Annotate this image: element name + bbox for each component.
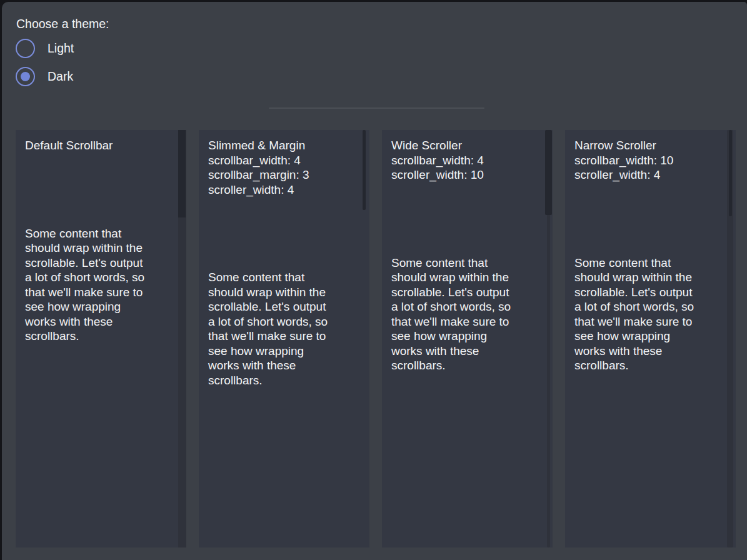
radio-option-light-label: Light	[48, 41, 74, 56]
radio-dot	[21, 72, 30, 81]
panel-content: Default Scrollbar Some content that shou…	[16, 130, 186, 352]
scroll-panel-narrow-scroller[interactable]: Narrow Scroller scrollbar_width: 10 scro…	[565, 130, 736, 548]
scroll-panel-default-scrollbar[interactable]: Default Scrollbar Some content that shou…	[16, 130, 186, 548]
scrollbar-thumb[interactable]	[178, 130, 186, 218]
panel-body: Some content that should wrap within the…	[574, 256, 726, 373]
radio-selected-icon	[16, 67, 35, 86]
panel-title: Wide Scroller	[391, 138, 543, 153]
panel-content: Wide Scroller scrollbar_width: 4 scrolle…	[382, 130, 553, 381]
radio-option-light[interactable]: Light	[16, 39, 74, 58]
panel-title: Default Scrollbar	[25, 138, 177, 153]
scroll-panel-wide-scroller[interactable]: Wide Scroller scrollbar_width: 4 scrolle…	[382, 130, 553, 548]
scrollbar-thumb[interactable]	[729, 130, 732, 216]
panel-params: scrollbar_width: 10 scroller_width: 4	[574, 153, 726, 182]
panel-params: scrollbar_width: 4 scroller_width: 10	[391, 153, 543, 182]
panel-content: Narrow Scroller scrollbar_width: 10 scro…	[565, 130, 736, 381]
panel-content: Slimmed & Margin scrollbar_width: 4 scro…	[199, 130, 369, 396]
panel-body: Some content that should wrap within the…	[208, 270, 360, 388]
panel-title: Narrow Scroller	[574, 138, 726, 153]
radio-unselected-icon	[16, 39, 35, 58]
divider	[269, 108, 484, 109]
app-surface: Choose a theme: Light Dark Default Scrol…	[2, 2, 747, 560]
radio-option-dark-label: Dark	[48, 69, 73, 84]
panel-params: scrollbar_width: 4 scrollbar_margin: 3 s…	[208, 153, 360, 198]
theme-chooser-label: Choose a theme:	[16, 17, 109, 31]
scrollbar-thumb[interactable]	[545, 130, 552, 215]
panel-body: Some content that should wrap within the…	[25, 226, 177, 344]
scrollbar-thumb[interactable]	[363, 130, 366, 210]
radio-option-dark[interactable]: Dark	[16, 67, 73, 86]
scroll-panel-slimmed-margin[interactable]: Slimmed & Margin scrollbar_width: 4 scro…	[199, 130, 369, 548]
panel-body: Some content that should wrap within the…	[391, 256, 543, 373]
panel-title: Slimmed & Margin	[208, 138, 360, 153]
